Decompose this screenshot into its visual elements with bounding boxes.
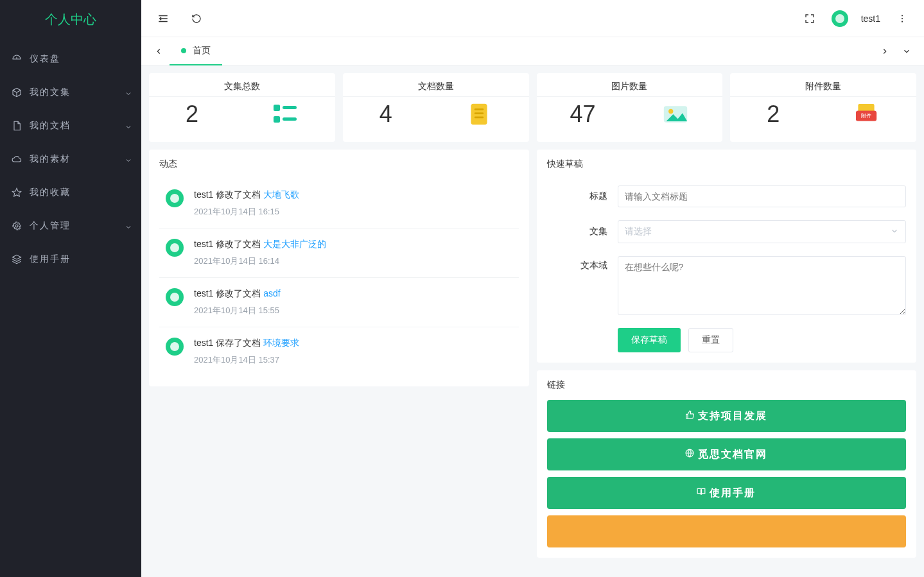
big-link[interactable]: 觅思文档官网 [547,438,907,470]
svg-marker-2 [12,255,21,259]
activity-link[interactable]: 环境要求 [263,338,299,348]
svg-rect-16 [474,117,483,119]
stat-value: 2 [767,101,780,128]
avatar [166,189,184,207]
more-icon[interactable] [893,10,911,28]
activity-time: 2021年10月14日 16:14 [194,255,326,267]
big-link[interactable]: 支持项目发展 [547,400,907,432]
big-link[interactable] [547,515,907,547]
thumb-icon [685,410,694,422]
tabs-menu[interactable] [896,37,918,65]
stat-title: 图片数量 [537,73,723,96]
avatar [166,239,184,257]
stat-title: 文集总数 [149,73,335,96]
stat-value: 4 [379,101,392,128]
chevron-down-icon [125,223,131,229]
stat-row: 文集总数 2 文档数量 4 图片数量 47 [149,73,916,142]
sidebar-item-profile[interactable]: 个人管理 [0,209,141,243]
sidebar-item-favorites[interactable]: 我的收藏 [0,176,141,209]
avatar [166,338,184,356]
username[interactable]: test1 [861,13,880,24]
tab-active-dot-icon [181,48,186,53]
draft-title-input[interactable] [618,185,907,207]
sidebar-item-dashboard[interactable]: 仪表盘 [0,42,141,76]
cube-icon [10,86,23,99]
stat-card-attachments: 附件数量 2 附件 [730,73,916,142]
chevron-down-icon [125,123,131,129]
activity-link[interactable]: 大地飞歌 [263,189,299,200]
links-panel: 链接 支持项目发展觅思文档官网使用手册 [537,370,917,558]
sidebar: 个人中心 仪表盘 我的文集 我的文档 我的素材 [0,0,141,577]
activity-item: test1 修改了文档 大地飞歌2021年10月14日 16:15 [159,179,519,228]
sidebar-menu: 仪表盘 我的文集 我的文档 我的素材 [0,39,141,276]
content-area: 文集总数 2 文档数量 4 图片数量 47 [141,65,924,577]
tab-home[interactable]: 首页 [170,37,222,65]
tabs-scroll-left[interactable] [148,37,170,65]
sidebar-item-documents[interactable]: 我的文档 [0,109,141,142]
stat-value: 2 [186,101,198,128]
svg-text:附件: 附件 [861,113,871,119]
sidebar-item-label: 使用手册 [30,254,71,265]
label-title: 标题 [547,191,618,202]
sidebar-item-label: 我的收藏 [30,187,71,198]
sidebar-item-label: 个人管理 [30,220,71,232]
svg-point-1 [15,225,18,227]
globe-icon [685,449,694,460]
chevron-down-icon [125,89,131,96]
draft-collection-select[interactable]: 请选择 [618,220,907,243]
big-link-label: 觅思文档官网 [698,448,767,461]
svg-point-6 [902,15,903,16]
stat-title: 附件数量 [730,73,916,96]
panel-title: 链接 [537,370,917,400]
label-body: 文本域 [547,256,618,271]
activity-action: 保存了文档 [216,338,261,348]
activity-action: 修改了文档 [216,189,261,200]
label-collection: 文集 [547,226,618,237]
activity-panel: 动态 test1 修改了文档 大地飞歌2021年10月14日 16:15test… [149,150,529,386]
svg-point-18 [668,109,673,114]
sidebar-item-collections[interactable]: 我的文集 [0,76,141,109]
panel-title: 快速草稿 [537,150,917,179]
save-draft-button[interactable]: 保存草稿 [618,328,681,352]
stat-card-documents: 文档数量 4 [343,73,529,142]
document-icon [466,101,493,128]
reset-button[interactable]: 重置 [688,328,733,352]
brand-title[interactable]: 个人中心 [0,0,141,39]
dashboard-icon [10,53,23,65]
draft-body-textarea[interactable] [618,256,907,315]
chevron-down-icon [890,227,899,237]
toggle-sidebar-icon[interactable] [154,10,172,28]
layers-icon [10,253,23,266]
star-icon [10,186,23,199]
fullscreen-icon[interactable] [801,10,819,28]
image-icon [662,101,689,128]
attachment-icon: 附件 [853,101,880,128]
svg-point-7 [902,17,903,19]
sidebar-item-assets[interactable]: 我的素材 [0,142,141,176]
activity-time: 2021年10月14日 15:55 [194,305,281,316]
sidebar-item-manual[interactable]: 使用手册 [0,243,141,276]
activity-action: 修改了文档 [216,288,261,298]
tab-label: 首页 [193,45,211,56]
big-link[interactable]: 使用手册 [547,477,907,509]
avatar[interactable] [832,10,848,27]
file-icon [10,119,23,132]
activity-user: test1 [194,189,213,200]
svg-point-8 [902,21,903,22]
tabs-scroll-right[interactable] [874,37,896,65]
panel-title: 动态 [149,150,529,179]
activity-text: test1 修改了文档 asdf [194,288,281,300]
svg-rect-11 [283,106,297,109]
svg-rect-9 [274,105,280,111]
activity-link[interactable]: asdf [263,288,280,298]
sidebar-item-label: 我的文集 [30,87,71,98]
big-link-label: 支持项目发展 [698,409,767,423]
big-link-label: 使用手册 [710,487,756,500]
activity-action: 修改了文档 [216,239,261,249]
activity-text: test1 保存了文档 环境要求 [194,338,299,349]
activity-link[interactable]: 大是大非广泛的 [263,239,326,249]
gear-icon [10,220,23,232]
activity-time: 2021年10月14日 15:37 [194,354,299,366]
activity-time: 2021年10月14日 16:15 [194,206,299,218]
reload-icon[interactable] [187,10,205,28]
